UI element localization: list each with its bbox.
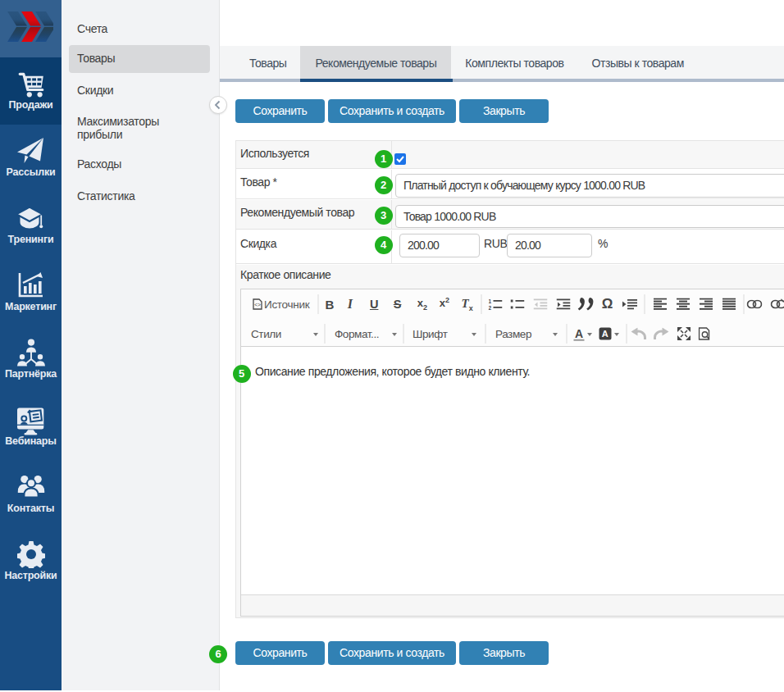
svg-text:2: 2: [488, 305, 491, 311]
svg-text:1: 1: [488, 298, 491, 304]
svg-text:<>: <>: [254, 302, 261, 307]
